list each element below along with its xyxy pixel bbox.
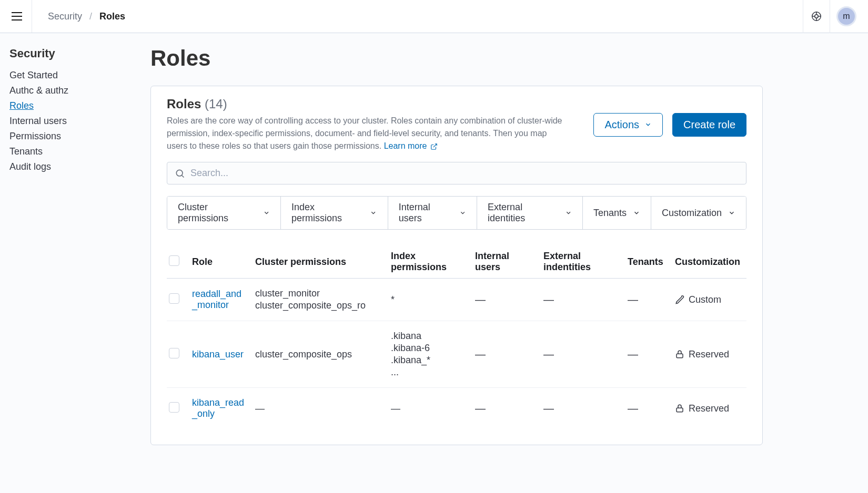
filter-label: External identities	[488, 202, 559, 224]
th-internal-users[interactable]: Internal users	[473, 245, 541, 279]
filters-row: Cluster permissions Index permissions In…	[167, 196, 746, 230]
svg-point-7	[176, 170, 183, 176]
filter-customization[interactable]: Customization	[651, 197, 746, 229]
hamburger-wrap	[12, 0, 32, 33]
search-input[interactable]	[190, 168, 739, 179]
index-permissions-cell: .kibana.kibana-6.kibana_*...	[391, 331, 467, 378]
filter-external-identities[interactable]: External identities	[477, 197, 583, 229]
header-right: m	[796, 0, 856, 33]
row-checkbox[interactable]	[169, 402, 179, 413]
sidebar-title: Security	[9, 47, 141, 60]
th-external-identities[interactable]: External indentities	[541, 245, 625, 279]
breadcrumb-parent[interactable]: Security	[48, 11, 82, 22]
role-link[interactable]: kibana_user	[192, 349, 244, 360]
menu-icon[interactable]	[12, 12, 22, 20]
filter-label: Cluster permissions	[178, 202, 257, 224]
svg-line-6	[433, 144, 437, 147]
svg-rect-10	[677, 408, 683, 412]
tenants-cell: —	[628, 348, 638, 360]
chevron-down-icon	[459, 209, 466, 217]
card-description: Roles are the core way of controlling ac…	[167, 115, 567, 152]
sidebar-item-authc-authz[interactable]: Authc & authz	[9, 83, 141, 98]
actions-button[interactable]: Actions	[593, 113, 663, 137]
actions-label: Actions	[604, 119, 639, 131]
filter-index-permissions[interactable]: Index permissions	[281, 197, 388, 229]
chevron-down-icon	[370, 209, 377, 217]
search-field[interactable]	[167, 162, 746, 184]
chevron-down-icon	[633, 209, 640, 217]
tenants-cell: —	[628, 294, 638, 305]
th-index-permissions[interactable]: Index permissions	[389, 245, 473, 279]
chevron-down-icon	[565, 209, 572, 217]
card-heading-wrap: Roles (14) Roles are the core way of con…	[167, 97, 567, 152]
learn-more-link[interactable]: Learn more	[384, 141, 438, 150]
chevron-down-icon	[263, 209, 270, 217]
create-role-label: Create role	[683, 119, 735, 131]
sidebar-item-roles[interactable]: Roles	[9, 98, 141, 114]
external-link-icon	[430, 143, 438, 150]
svg-point-1	[815, 15, 818, 18]
sidebar-item-internal-users[interactable]: Internal users	[9, 114, 141, 129]
sidebar-item-audit-logs[interactable]: Audit logs	[9, 159, 141, 174]
table-row: readall_and_monitorcluster_monitorcluste…	[167, 279, 746, 321]
card-header: Roles (14) Roles are the core way of con…	[167, 97, 746, 152]
breadcrumb: Security / Roles	[48, 11, 125, 22]
card-count: (14)	[205, 97, 227, 111]
filter-label: Customization	[662, 208, 722, 219]
sidebar-nav: Get Started Authc & authz Roles Internal…	[9, 68, 141, 174]
avatar[interactable]: m	[836, 6, 856, 26]
select-all-checkbox[interactable]	[169, 255, 179, 266]
create-role-button[interactable]: Create role	[672, 113, 746, 137]
customization-cell: Reserved	[675, 349, 740, 360]
filter-label: Index permissions	[291, 202, 364, 224]
chevron-down-icon	[728, 209, 735, 217]
table-row: kibana_read_only—————Reserved	[167, 388, 746, 429]
cluster-permissions-cell: cluster_monitorcluster_composite_ops_ro	[255, 288, 382, 311]
filter-label: Tenants	[593, 208, 627, 219]
roles-card: Roles (14) Roles are the core way of con…	[150, 86, 763, 445]
customization-cell: Reserved	[675, 403, 740, 414]
th-cluster-permissions[interactable]: Cluster permissions	[253, 245, 389, 279]
pencil-icon	[675, 295, 684, 304]
cluster-permissions-cell: cluster_composite_ops	[255, 349, 382, 360]
learn-more-text: Learn more	[384, 141, 427, 150]
row-checkbox[interactable]	[169, 293, 179, 304]
index-permissions-cell: *	[391, 294, 467, 305]
internal-users-cell: —	[475, 403, 486, 414]
filter-label: Internal users	[399, 202, 453, 224]
card-description-text: Roles are the core way of controlling ac…	[167, 116, 562, 150]
lock-icon	[675, 350, 684, 359]
page-title: Roles	[150, 46, 763, 71]
sidebar-item-permissions[interactable]: Permissions	[9, 129, 141, 144]
index-permissions-cell: —	[391, 403, 467, 414]
customization-label: Reserved	[689, 349, 729, 360]
external-identities-cell: —	[543, 348, 554, 360]
internal-users-cell: —	[475, 348, 486, 360]
role-link[interactable]: readall_and_monitor	[192, 289, 241, 310]
card-title: Roles	[167, 97, 201, 111]
sidebar-item-tenants[interactable]: Tenants	[9, 144, 141, 159]
filter-cluster-permissions[interactable]: Cluster permissions	[167, 197, 281, 229]
external-identities-cell: —	[543, 403, 554, 414]
help-icon[interactable]	[810, 9, 823, 23]
th-customization[interactable]: Customization	[673, 245, 746, 279]
th-tenants[interactable]: Tenants	[625, 245, 673, 279]
customization-label: Reserved	[689, 403, 729, 414]
row-checkbox[interactable]	[169, 348, 179, 358]
filter-tenants[interactable]: Tenants	[583, 197, 651, 229]
card-heading: Roles (14)	[167, 97, 567, 111]
th-role[interactable]: Role	[190, 245, 253, 279]
app-header: Security / Roles m	[0, 0, 868, 33]
chevron-down-icon	[644, 121, 652, 128]
customization-label: Custom	[689, 294, 721, 305]
sidebar-item-get-started[interactable]: Get Started	[9, 68, 141, 83]
tenants-cell: —	[628, 403, 638, 414]
breadcrumb-current: Roles	[99, 11, 125, 22]
search-icon	[175, 168, 185, 179]
filter-internal-users[interactable]: Internal users	[388, 197, 477, 229]
svg-line-8	[182, 175, 184, 177]
role-link[interactable]: kibana_read_only	[192, 397, 244, 419]
customization-cell: Custom	[675, 294, 740, 305]
lock-icon	[675, 404, 684, 413]
internal-users-cell: —	[475, 294, 486, 305]
